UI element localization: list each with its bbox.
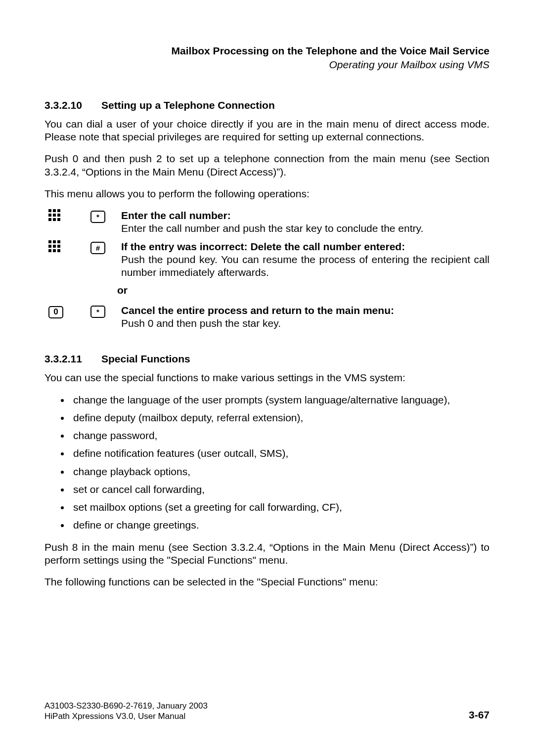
or-separator: or: [117, 284, 490, 297]
step-label: Enter the call number:: [121, 210, 231, 221]
section-heading-33210: 3.3.2.10Setting up a Telephone Connectio…: [44, 99, 490, 112]
list-item: set or cancel call forwarding,: [70, 483, 490, 496]
star-key-icon: *: [90, 306, 105, 318]
paragraph: You can dial a user of your choice direc…: [44, 118, 490, 144]
step-body: Push 0 and then push the star key.: [121, 317, 281, 329]
footer-product: HiPath Xpressions V3.0, User Manual: [44, 711, 490, 721]
page-header-title: Mailbox Processing on the Telephone and …: [44, 44, 490, 57]
paragraph: This menu allows you to perform the foll…: [44, 187, 490, 200]
section-number: 3.3.2.11: [44, 353, 101, 365]
list-item: define deputy (mailbox deputy, referral …: [70, 411, 490, 424]
footer-docid: A31003-S2330-B690-2-7619, January 2003: [44, 701, 490, 711]
list-item: define notification features (user outca…: [70, 447, 490, 460]
keypad-icon: [48, 209, 60, 221]
page: Mailbox Processing on the Telephone and …: [0, 0, 534, 756]
step-enter-call-number: * Enter the call number: Enter the call …: [44, 209, 490, 235]
list-item: change the language of the user prompts …: [70, 394, 490, 406]
list-item: change password,: [70, 429, 490, 442]
section-title: Special Functions: [101, 353, 190, 364]
step-cancel-return: 0 * Cancel the entire process and return…: [44, 304, 490, 330]
list-item: change playback options,: [70, 465, 490, 478]
paragraph: You can use the special functions to mak…: [44, 371, 490, 384]
step-label: If the entry was incorrect: Delete the c…: [121, 241, 405, 252]
zero-key-icon: 0: [48, 306, 63, 318]
paragraph: Push 0 and then push 2 to set up a telep…: [44, 152, 490, 178]
section-number: 3.3.2.10: [44, 99, 101, 112]
page-header-subtitle: Operating your Mailbox using VMS: [44, 58, 490, 71]
pound-key-icon: #: [90, 242, 105, 254]
step-body: Push the pound key. You can resume the p…: [121, 254, 490, 278]
star-key-icon: *: [90, 211, 105, 223]
list-item: set mailbox options (set a greeting for …: [70, 501, 490, 514]
step-label: Cancel the entire process and return to …: [121, 305, 394, 316]
section-title: Setting up a Telephone Connection: [101, 99, 275, 111]
paragraph: The following functions can be selected …: [44, 576, 490, 588]
keypad-icon: [48, 240, 60, 252]
page-number: 3-67: [469, 709, 490, 721]
paragraph: Push 8 in the main menu (see Section 3.3…: [44, 541, 490, 567]
page-footer: A31003-S2330-B690-2-7619, January 2003 H…: [44, 701, 490, 722]
section-heading-33211: 3.3.2.11Special Functions: [44, 353, 490, 365]
special-functions-list: change the language of the user prompts …: [44, 394, 490, 532]
list-item: define or change greetings.: [70, 519, 490, 532]
step-body: Enter the call number and push the star …: [121, 222, 423, 234]
step-delete-entry: # If the entry was incorrect: Delete the…: [44, 240, 490, 279]
